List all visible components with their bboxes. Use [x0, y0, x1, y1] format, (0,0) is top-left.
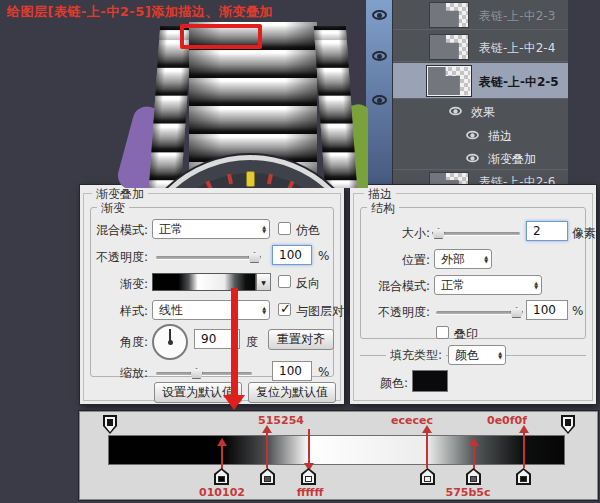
reverse-label: 反向 — [296, 275, 320, 292]
dropdown-arrows-icon: ▲▼ — [530, 281, 538, 290]
visibility-column — [366, 0, 393, 188]
align-with-layer-label: 与图层对齐 — [296, 303, 356, 320]
angle-unit: 度 — [246, 334, 258, 351]
color-stop-swatch — [264, 476, 271, 482]
eye-icon[interactable] — [466, 131, 479, 140]
big-red-arrow-head — [223, 395, 245, 410]
fill-type-value: 颜色 — [455, 347, 479, 364]
gradient-preview-swatch[interactable] — [152, 273, 256, 291]
opacity-slider[interactable] — [436, 311, 520, 314]
opacity-percent: % — [572, 304, 583, 318]
effect-name[interactable]: 描边 — [488, 128, 512, 145]
hex-label: 010102 — [199, 486, 245, 499]
color-stop[interactable] — [466, 468, 481, 485]
watch-artwork — [110, 18, 368, 188]
red-callout-rectangle — [180, 24, 262, 49]
opacity-stop-right[interactable] — [561, 415, 575, 434]
opacity-field[interactable]: 100 — [272, 245, 312, 265]
stroke-dialog: 描边 结构 大小: 2 像素 位置: 外部 ▲▼ 混合模式: 正常 ▲▼ 不透明… — [350, 185, 596, 404]
layer-thumbnail[interactable] — [429, 34, 469, 60]
thumbnail-shape — [430, 3, 468, 27]
effects-header-row[interactable]: 效果 — [393, 100, 568, 123]
gradient-picker-button[interactable]: ▼ — [256, 273, 271, 291]
size-field[interactable]: 2 — [526, 221, 568, 241]
style-value: 线性 — [159, 302, 183, 319]
scale-label: 缩放: — [88, 365, 148, 382]
layer-row[interactable]: 表链-上-中2-4 — [393, 31, 568, 62]
opacity-slider[interactable] — [156, 256, 258, 259]
layer-thumbnail[interactable] — [429, 2, 469, 28]
opacity-field[interactable]: 100 — [526, 300, 568, 320]
reverse-checkbox[interactable] — [278, 275, 291, 288]
color-stop[interactable] — [214, 468, 229, 485]
scale-field[interactable]: 100 — [272, 361, 312, 381]
layer-name[interactable]: 表链-上-中2-4 — [479, 40, 555, 57]
layer-row[interactable]: 表链-上-中2-3 — [393, 0, 568, 30]
opacity-stop-swatch — [107, 419, 113, 426]
angle-label: 角度: — [88, 334, 148, 351]
blend-mode-value: 正常 — [159, 221, 183, 238]
effects-header[interactable]: 效果 — [471, 104, 495, 121]
gradient-bar[interactable] — [108, 435, 565, 465]
style-dropdown[interactable]: 线性 ▲▼ — [152, 300, 270, 320]
annotation-arrow — [308, 429, 310, 464]
angle-dial[interactable] — [152, 324, 188, 360]
eye-icon[interactable] — [372, 95, 387, 105]
position-label: 位置: — [372, 252, 430, 269]
tutorial-screenshot: 给图层[表链-上-中2-5]添加描边、渐变叠加 — [0, 0, 600, 503]
overprint-label: 叠印 — [454, 326, 478, 343]
dropdown-arrows-icon: ▲▼ — [480, 255, 488, 264]
opacity-label: 不透明度: — [84, 249, 148, 266]
effect-name[interactable]: 渐变叠加 — [488, 151, 536, 168]
color-label: 颜色: — [368, 375, 408, 392]
reset-align-button[interactable]: 重置对齐 — [268, 329, 334, 350]
opacity-stop-left[interactable] — [103, 415, 117, 434]
effect-row-stroke[interactable]: 描边 — [393, 123, 568, 147]
blend-mode-value: 正常 — [441, 277, 465, 294]
blend-mode-dropdown[interactable]: 正常 ▲▼ — [152, 219, 270, 239]
position-value: 外部 — [441, 251, 465, 268]
position-dropdown[interactable]: 外部 ▲▼ — [434, 249, 492, 269]
gradient-label: 渐变: — [88, 276, 148, 293]
angle-hub — [168, 340, 173, 345]
eye-icon[interactable] — [372, 10, 387, 20]
thumbnail-shape — [428, 67, 470, 95]
effect-row-gradient-overlay[interactable]: 渐变叠加 — [393, 147, 568, 170]
size-unit: 像素 — [572, 225, 596, 242]
annotation-arrow — [266, 432, 268, 468]
bracelet-left-shade — [148, 26, 192, 188]
layer-thumbnail[interactable] — [427, 66, 471, 96]
fill-type-dropdown[interactable]: 颜色 ▲▼ — [448, 345, 506, 365]
layer-name[interactable]: 表链-上-中2-3 — [479, 8, 555, 25]
color-stop[interactable] — [516, 468, 531, 485]
eye-icon[interactable] — [449, 107, 462, 116]
annotation-arrow — [473, 445, 475, 471]
overprint-checkbox[interactable] — [436, 326, 449, 339]
hex-label: 575b5c — [445, 486, 490, 499]
hex-label: ffffff — [297, 486, 324, 499]
layer-name[interactable]: 表链-上-中2-5 — [479, 74, 559, 91]
stroke-color-swatch[interactable] — [412, 370, 448, 392]
size-slider[interactable] — [434, 232, 520, 235]
eye-icon[interactable] — [466, 154, 479, 163]
twelve-oclock-marker — [246, 171, 255, 187]
dropdown-arrows-icon: ▲▼ — [494, 351, 502, 360]
layer-row-selected[interactable]: 表链-上-中2-5 — [393, 63, 568, 99]
blend-mode-label: 混合模式: — [88, 222, 148, 239]
color-stop[interactable] — [260, 468, 275, 485]
fill-type-label: 填充类型: — [386, 347, 446, 364]
annotation-arrow — [523, 432, 525, 468]
reset-default-button[interactable]: 复位为默认值 — [248, 382, 336, 403]
color-stop-swatch — [305, 476, 312, 482]
blend-mode-dropdown[interactable]: 正常 ▲▼ — [434, 275, 542, 295]
dropdown-arrows-icon: ▲▼ — [258, 225, 266, 234]
dither-label: 仿色 — [296, 222, 320, 239]
group-title: 结构 — [367, 200, 399, 217]
color-stop-swatch — [424, 476, 431, 482]
dither-checkbox[interactable] — [278, 222, 291, 235]
eye-icon[interactable] — [372, 51, 387, 61]
align-with-layer-checkbox[interactable] — [278, 303, 291, 316]
annotation-arrow — [426, 432, 428, 468]
annotation-arrow — [221, 445, 223, 471]
color-stop[interactable] — [420, 468, 435, 485]
